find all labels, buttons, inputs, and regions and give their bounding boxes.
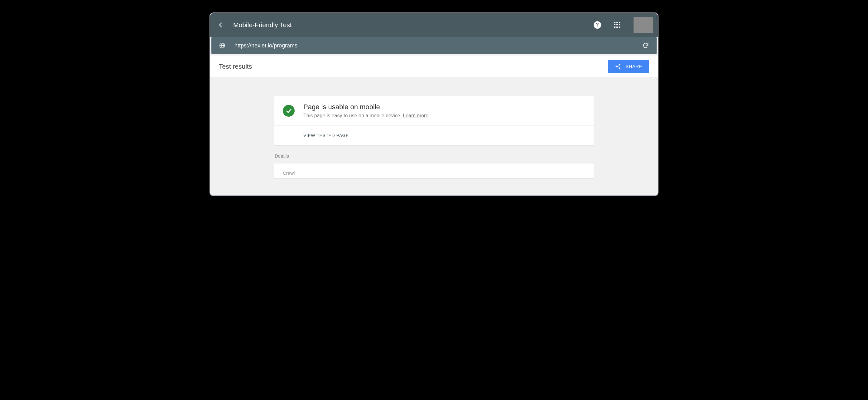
url-input[interactable] (235, 42, 633, 49)
details-section-label: Details (275, 153, 594, 159)
url-bar (211, 37, 657, 54)
check-icon (285, 107, 292, 114)
arrow-left-icon (218, 21, 226, 29)
results-title: Test results (219, 63, 608, 70)
success-badge (283, 105, 294, 117)
page-title: Mobile-Friendly Test (233, 21, 292, 29)
view-tested-page-button[interactable]: VIEW TESTED PAGE (303, 133, 349, 138)
refresh-button[interactable] (642, 42, 649, 49)
app-header: Mobile-Friendly Test ? (210, 13, 658, 37)
content-area: Page is usable on mobile This page is ea… (210, 77, 658, 195)
details-card: Crawl (274, 164, 594, 178)
status-heading: Page is usable on mobile (303, 103, 428, 111)
svg-point-5 (619, 67, 620, 69)
help-button[interactable]: ? (591, 19, 603, 31)
globe-icon (219, 42, 226, 49)
share-label: SHARE (625, 64, 642, 69)
apps-grid-icon (614, 22, 620, 28)
account-avatar[interactable] (633, 17, 653, 33)
status-card: Page is usable on mobile This page is ea… (274, 96, 594, 145)
crawl-label: Crawl (283, 170, 585, 176)
share-icon (615, 63, 621, 69)
learn-more-link[interactable]: Learn more (403, 113, 428, 118)
app-window: Mobile-Friendly Test ? Test results (210, 12, 658, 196)
google-apps-button[interactable] (611, 19, 624, 31)
share-button[interactable]: SHARE (608, 60, 649, 73)
status-subtext: This page is easy to use on a mobile dev… (303, 113, 428, 119)
svg-point-3 (619, 64, 620, 65)
results-header: Test results SHARE (210, 56, 658, 77)
help-icon: ? (594, 21, 601, 29)
back-button[interactable] (218, 21, 226, 29)
